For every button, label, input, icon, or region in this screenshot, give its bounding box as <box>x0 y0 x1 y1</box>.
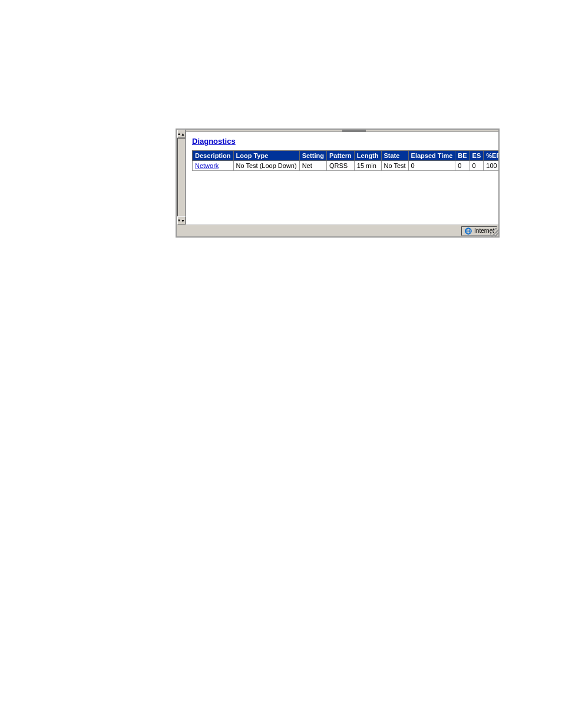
cell-loop-type: No Test (Loop Down) <box>233 161 299 171</box>
col-header-description: Description <box>193 151 234 161</box>
top-scrollbar <box>186 130 498 132</box>
cell-setting: Net <box>299 161 326 171</box>
col-header-es: ES <box>470 151 484 161</box>
cell-description[interactable]: Network <box>193 161 234 171</box>
internet-icon <box>464 227 472 235</box>
cell-elapsed-time: 0 <box>408 161 455 171</box>
main-content: Diagnostics Description Loop Type Settin… <box>186 130 498 236</box>
content-area: Diagnostics Description Loop Type Settin… <box>186 132 498 225</box>
col-header-pattern: Pattern <box>326 151 354 161</box>
scroll-down-button[interactable]: ▼ <box>177 216 186 225</box>
col-header-state: State <box>381 151 408 161</box>
cell-length: 15 min <box>354 161 381 171</box>
col-header-pefs: %EFS <box>484 151 498 161</box>
page-title: Diagnostics <box>192 137 492 146</box>
status-bar: Internet <box>186 225 498 236</box>
left-scrollbar: ▲ ▼ <box>177 130 186 225</box>
col-header-setting: Setting <box>299 151 326 161</box>
cell-pattern: QRSS <box>326 161 354 171</box>
cell-state: No Test <box>381 161 408 171</box>
diagnostics-table: Description Loop Type Setting Pattern Le… <box>192 150 498 171</box>
resize-handle[interactable] <box>490 228 498 236</box>
top-scrollbar-thumb[interactable] <box>342 130 366 132</box>
scroll-up-button[interactable]: ▲ <box>177 130 186 138</box>
table-row: Network No Test (Loop Down) Net QRSS 15 … <box>193 161 499 171</box>
scroll-track[interactable] <box>177 138 186 216</box>
cell-be: 0 <box>455 161 470 171</box>
cell-pefs: 100 <box>484 161 498 171</box>
col-header-length: Length <box>354 151 381 161</box>
col-header-loop-type: Loop Type <box>233 151 299 161</box>
cell-es: 0 <box>470 161 484 171</box>
col-header-elapsed-time: Elapsed Time <box>408 151 455 161</box>
browser-window: ▲ ▼ Diagnostics Description Loop Type Se… <box>176 129 500 238</box>
col-header-be: BE <box>455 151 470 161</box>
